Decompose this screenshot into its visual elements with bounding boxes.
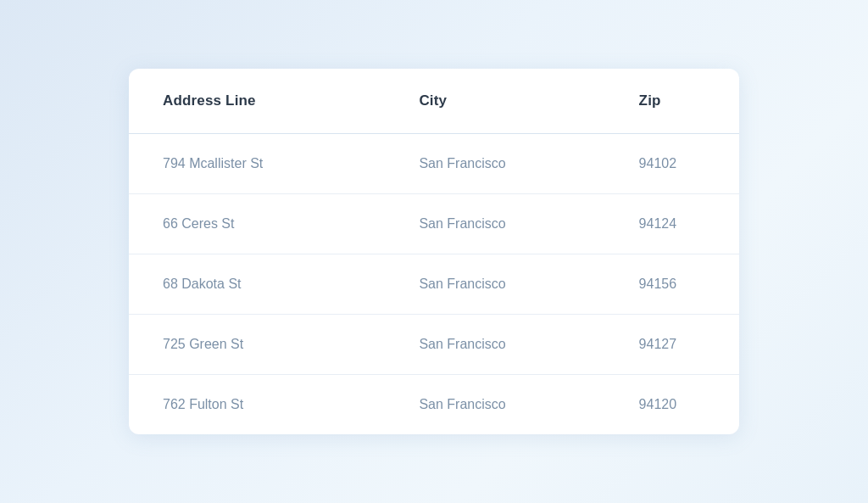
cell-city: San Francisco [385,375,604,435]
cell-zip: 94156 [605,254,739,315]
cell-city: San Francisco [385,254,604,315]
cell-city: San Francisco [385,134,604,194]
cell-address: 794 Mcallister St [129,134,385,194]
table-row: 794 Mcallister StSan Francisco94102 [129,134,739,194]
cell-zip: 94120 [605,375,739,435]
table-row: 725 Green StSan Francisco94127 [129,315,739,375]
cell-address: 762 Fulton St [129,375,385,435]
cell-address: 68 Dakota St [129,254,385,315]
table-row: 68 Dakota StSan Francisco94156 [129,254,739,315]
cell-city: San Francisco [385,194,604,254]
cell-address: 725 Green St [129,315,385,375]
address-table: Address Line City Zip 794 Mcallister StS… [129,69,739,434]
cell-zip: 94124 [605,194,739,254]
cell-zip: 94102 [605,134,739,194]
table-header-row: Address Line City Zip [129,69,739,134]
column-header-address: Address Line [129,69,385,134]
table-row: 66 Ceres StSan Francisco94124 [129,194,739,254]
cell-city: San Francisco [385,315,604,375]
address-table-container: Address Line City Zip 794 Mcallister StS… [129,69,739,434]
column-header-zip: Zip [605,69,739,134]
cell-zip: 94127 [605,315,739,375]
column-header-city: City [385,69,604,134]
cell-address: 66 Ceres St [129,194,385,254]
table-row: 762 Fulton StSan Francisco94120 [129,375,739,435]
